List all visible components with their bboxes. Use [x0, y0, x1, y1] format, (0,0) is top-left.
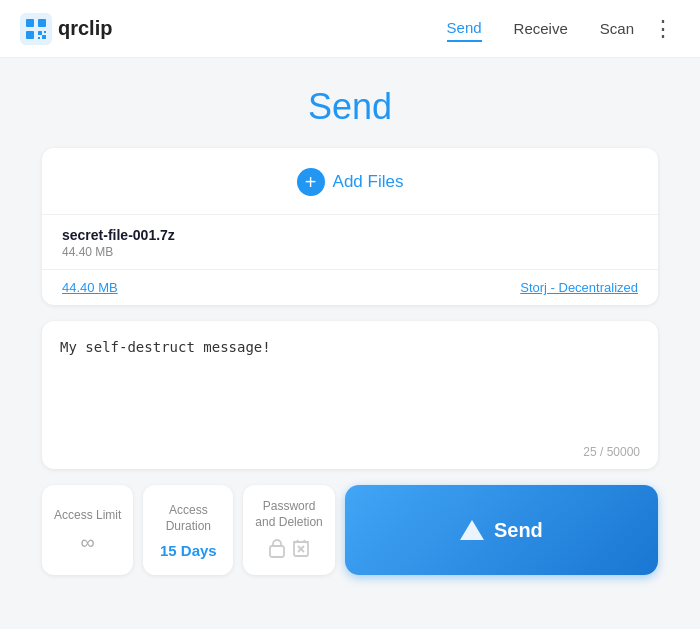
svg-rect-3: [38, 19, 46, 27]
lock-icon: [268, 538, 286, 563]
logo-icon: [20, 13, 52, 45]
file-name: secret-file-001.7z: [62, 227, 638, 243]
storage-provider-link[interactable]: Storj - Decentralized: [520, 280, 638, 295]
page-title: Send: [0, 86, 700, 128]
file-size-subtitle: 44.40 MB: [62, 245, 638, 259]
add-files-label: Add Files: [333, 172, 404, 192]
access-duration-value: 15 Days: [160, 542, 217, 559]
send-triangle-icon: [460, 520, 484, 540]
bottom-row: Access Limit ∞ Access Duration 15 Days P…: [42, 485, 658, 575]
svg-rect-5: [44, 31, 46, 33]
menu-dots-icon[interactable]: ⋮: [646, 12, 680, 46]
logo-text: qrclip: [58, 17, 112, 40]
password-deletion-box[interactable]: Password and Deletion: [243, 485, 334, 575]
nav-send[interactable]: Send: [447, 15, 482, 42]
nav-scan[interactable]: Scan: [600, 16, 634, 41]
file-size-link[interactable]: 44.40 MB: [62, 280, 118, 295]
storage-row: 44.40 MB Storj - Decentralized: [42, 269, 658, 305]
infinity-icon: ∞: [81, 531, 95, 554]
main-nav: Send Receive Scan: [447, 15, 634, 42]
send-button[interactable]: Send: [345, 485, 658, 575]
message-input[interactable]: [60, 337, 640, 437]
access-limit-label: Access Limit: [54, 508, 121, 524]
add-files-button[interactable]: + Add Files: [42, 148, 658, 214]
files-card: + Add Files secret-file-001.7z 44.40 MB …: [42, 148, 658, 305]
access-limit-box[interactable]: Access Limit ∞: [42, 485, 133, 575]
add-plus-icon: +: [297, 168, 325, 196]
svg-rect-1: [26, 19, 34, 27]
svg-rect-2: [26, 31, 34, 39]
nav-receive[interactable]: Receive: [514, 16, 568, 41]
send-button-label: Send: [494, 519, 543, 542]
svg-rect-0: [20, 13, 52, 45]
access-duration-box[interactable]: Access Duration 15 Days: [143, 485, 233, 575]
access-duration-label: Access Duration: [166, 503, 211, 534]
app-header: qrclip Send Receive Scan ⋮: [0, 0, 700, 58]
svg-rect-4: [38, 31, 42, 35]
svg-rect-7: [42, 35, 46, 39]
char-count: 25 / 50000: [60, 445, 640, 459]
password-deletion-icons: [268, 538, 310, 563]
password-deletion-label: Password and Deletion: [255, 499, 322, 530]
delete-icon: [292, 538, 310, 563]
logo-area[interactable]: qrclip: [20, 13, 112, 45]
message-card: 25 / 50000: [42, 321, 658, 469]
file-item: secret-file-001.7z 44.40 MB: [42, 214, 658, 269]
svg-rect-8: [270, 546, 284, 557]
svg-rect-6: [38, 37, 40, 39]
